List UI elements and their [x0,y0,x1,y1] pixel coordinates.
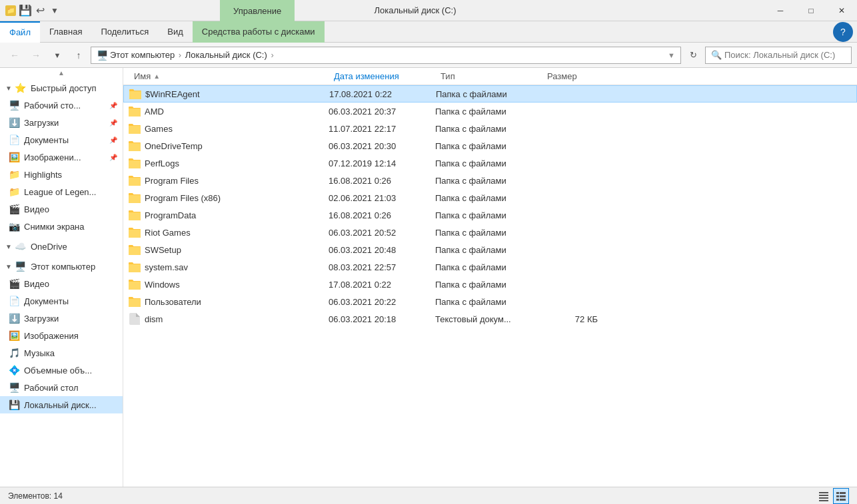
desktop-pc-icon: 🖥️ [8,381,20,393]
file-name: $WinREAgent [145,89,329,99]
sidebar-item-video-pc[interactable]: 🎬 Видео [0,275,123,292]
sidebar-item-downloads-pc[interactable]: ⬇️ Загрузки [0,310,123,327]
desktop-quick-icon: 🖥️ [8,99,20,111]
docs-pc-icon: 📄 [8,295,20,307]
undo-icon[interactable]: ↩ [35,5,45,16]
file-date: 07.12.2019 12:14 [329,158,435,168]
table-row[interactable]: Games11.07.2021 22:17Папка с файлами [123,120,857,137]
address-path[interactable]: 🖥️ Этот компьютер › Локальный диск (C:) … [91,47,681,64]
tab-share[interactable]: Поделиться [91,21,158,43]
sidebar-item-league[interactable]: 📁 League of Legen... [0,183,123,200]
tab-home[interactable]: Главная [40,21,91,43]
pin-icon-1: 📌 [109,119,117,126]
table-row[interactable]: PerfLogs07.12.2019 12:14Папка с файлами [123,154,857,172]
quick-access-label: Быстрый доступ [31,83,97,93]
sidebar-item-music-pc-label: Музыка [24,348,55,358]
list-view-button[interactable] [816,488,832,504]
table-row[interactable]: Пользователи06.03.2021 20:22Папка с файл… [123,293,857,310]
dropdown-recent-button[interactable]: ▼ [48,46,67,65]
file-date: 06.03.2021 20:48 [329,245,435,255]
search-box[interactable]: 🔍 [705,47,852,64]
table-row[interactable]: SWSetup06.03.2021 20:48Папка с файлами [123,241,857,258]
forward-button[interactable]: → [27,46,45,65]
table-row[interactable]: ProgramData16.08.2021 0:26Папка с файлам… [123,206,857,224]
file-size: 72 КБ [542,314,608,324]
expand-icon[interactable]: ▼ [49,5,60,16]
sidebar-item-desktop-pc[interactable]: 🖥️ Рабочий стол [0,379,123,396]
tab-view[interactable]: Вид [158,21,193,43]
table-row[interactable]: dism06.03.2021 20:18Текстовый докум...72… [123,310,857,328]
content-area: Имя ▲ Дата изменения Тип Размер $WinREAg… [123,68,857,487]
close-button[interactable]: ✕ [826,0,857,21]
window-controls[interactable]: ─ □ ✕ [765,0,857,21]
computer-header[interactable]: ▼ 🖥️ Этот компьютер [0,258,123,275]
svg-rect-5 [840,492,846,494]
quick-access-header[interactable]: ▼ ⭐ Быстрый доступ [0,79,123,97]
file-name: Windows [145,280,329,290]
file-type: Папка с файлами [435,228,542,238]
minimize-button[interactable]: ─ [765,0,796,21]
sidebar-item-downloads-quick[interactable]: ⬇️ Загрузки 📌 [0,114,123,131]
col-size[interactable]: Размер [542,71,608,81]
svg-rect-7 [840,495,846,497]
sidebar-item-documents-quick[interactable]: 📄 Документы 📌 [0,131,123,148]
sidebar-item-screenshots[interactable]: 📷 Снимки экрана [0,218,123,235]
refresh-button[interactable]: ↻ [684,46,702,65]
sidebar-item-local-disk[interactable]: 💾 Локальный диск... [0,396,123,413]
sidebar-item-desktop-quick[interactable]: 🖥️ Рабочий сто... 📌 [0,97,123,114]
sidebar-item-images-pc[interactable]: 🖼️ Изображения [0,327,123,344]
tab-manage[interactable]: Средства работы с дисками [193,21,325,43]
table-row[interactable]: Windows17.08.2021 0:22Папка с файлами [123,276,857,293]
col-date[interactable]: Дата изменения [329,71,435,81]
sidebar-item-highlights[interactable]: 📁 Highlights [0,166,123,183]
computer-chevron: ▼ [5,263,12,270]
back-button[interactable]: ← [5,46,24,65]
file-type: Папка с файлами [435,107,542,117]
folder-icon [129,278,141,290]
table-row[interactable]: AMD06.03.2021 20:37Папка с файлами [123,103,857,120]
search-input[interactable] [724,50,844,60]
path-dropdown-icon[interactable]: ▼ [668,51,675,59]
scroll-up-arrow[interactable]: ▲ [0,68,123,78]
file-type: Текстовый докум... [435,314,542,324]
table-row[interactable]: $WinREAgent17.08.2021 0:22Папка с файлам… [123,85,857,103]
file-type: Папка с файлами [436,89,542,99]
up-button[interactable]: ↑ [69,46,88,65]
sidebar-item-league-label: League of Legen... [24,187,96,197]
sidebar-item-3d-pc[interactable]: 💠 Объемные объ... [0,362,123,379]
help-button[interactable]: ? [833,22,853,42]
col-type[interactable]: Тип [435,71,542,81]
file-list: $WinREAgent17.08.2021 0:22Папка с файлам… [123,85,857,487]
sidebar-item-images-quick[interactable]: 🖼️ Изображени... 📌 [0,148,123,166]
folder-icon [129,244,141,256]
folder-icon [129,209,141,221]
sidebar-item-documents-quick-label: Документы [24,135,69,145]
tab-file[interactable]: Файл [0,21,40,43]
sidebar-item-video-quick[interactable]: 🎬 Видео [0,200,123,218]
file-date: 17.08.2021 0:22 [329,280,435,290]
sidebar-item-music-pc[interactable]: 🎵 Музыка [0,344,123,362]
onedrive-header[interactable]: ▼ ☁️ OneDrive [0,238,123,255]
file-type: Папка с файлами [435,141,542,151]
table-row[interactable]: Riot Games06.03.2021 20:52Папка с файлам… [123,224,857,241]
table-row[interactable]: Program Files (x86)02.06.2021 21:03Папка… [123,189,857,206]
address-bar: ← → ▼ ↑ 🖥️ Этот компьютер › Локальный ди… [0,43,857,68]
music-pc-icon: 🎵 [8,347,20,359]
file-date: 06.03.2021 20:52 [329,228,435,238]
maximize-button[interactable]: □ [796,0,826,21]
manage-tab[interactable]: Управление [220,0,295,21]
table-row[interactable]: OneDriveTemp06.03.2021 20:30Папка с файл… [123,137,857,154]
detail-view-button[interactable] [833,488,849,504]
path-drive[interactable]: Локальный диск (C:) [185,50,267,60]
sidebar-item-docs-pc[interactable]: 📄 Документы [0,292,123,310]
table-row[interactable]: Program Files16.08.2021 0:26Папка с файл… [123,172,857,189]
file-date: 06.03.2021 20:30 [329,141,435,151]
table-row[interactable]: system.sav08.03.2021 22:57Папка с файлам… [123,258,857,276]
computer-path-icon: 🖥️ [97,50,107,61]
file-type: Папка с файлами [435,262,542,272]
file-date: 08.03.2021 22:57 [329,262,435,272]
path-computer[interactable]: Этот компьютер [110,50,175,60]
save-icon[interactable]: 💾 [20,5,31,16]
col-name[interactable]: Имя ▲ [129,71,329,81]
folder-icon [129,88,141,100]
